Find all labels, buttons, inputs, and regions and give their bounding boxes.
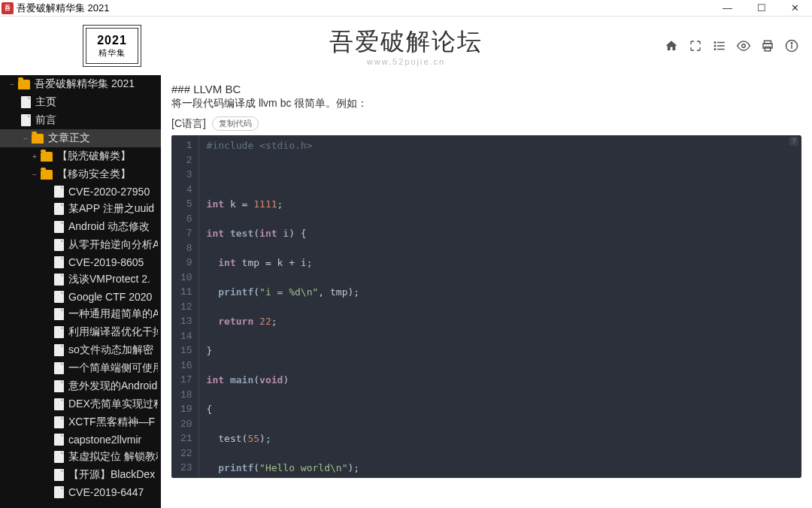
minimize-button[interactable]: — (710, 0, 744, 17)
tree-item-label: XCTF黑客精神—F (68, 416, 155, 429)
tree-item[interactable]: 前言 (0, 111, 161, 129)
list-icon[interactable] (713, 39, 726, 53)
code-line (207, 168, 794, 183)
line-number: 3 (180, 168, 192, 183)
tree-item-label: 前言 (35, 113, 56, 127)
sidebar[interactable]: −吾爱破解精华集 2021主页前言−文章正文+【脱壳破解类】−【移动安全类】CV… (0, 75, 161, 508)
tree-item-label: DEX壳简单实现过程 (68, 398, 158, 411)
window-title: 吾爱破解精华集 2021 (17, 2, 110, 15)
line-number: 4 (180, 183, 192, 198)
file-icon (54, 326, 64, 338)
header: 2021 精华集 吾爱破解论坛 www.52pojie.cn (0, 17, 812, 75)
file-icon (54, 274, 64, 286)
code-line (207, 271, 794, 286)
code-line (207, 183, 794, 198)
info-icon[interactable] (785, 39, 798, 53)
logo-year: 2021 (97, 34, 127, 47)
tree-item-label: 吾爱破解精华集 2021 (35, 77, 135, 91)
tree-item-label: 文章正文 (48, 132, 90, 145)
line-number: 2 (180, 153, 192, 168)
eye-icon[interactable] (737, 39, 750, 53)
tree-item[interactable]: 利用编译器优化干掉 (0, 323, 161, 341)
file-icon (54, 380, 64, 392)
tree-item[interactable]: Android 动态修改 (0, 218, 161, 236)
tree-item[interactable]: −【移动安全类】 (0, 165, 161, 183)
tree-item[interactable]: 主页 (0, 93, 161, 111)
line-number: 13 (180, 314, 192, 329)
code-line (207, 358, 794, 373)
code-line: printf("i = %d\n", tmp); (207, 285, 794, 300)
tree-item-label: 主页 (35, 95, 56, 109)
tree-item[interactable]: 意外发现的Android (0, 377, 161, 395)
maximize-button[interactable]: ☐ (744, 0, 778, 17)
code-line: int main(void) (207, 373, 794, 388)
tree-item-label: 【移动安全类】 (57, 168, 131, 181)
file-icon (54, 451, 64, 463)
tree-item[interactable]: 某APP 注册之uuid (0, 200, 161, 218)
tree-item[interactable]: CVE-2019-8605 (0, 254, 161, 271)
tree-item[interactable]: −吾爱破解精华集 2021 (0, 75, 161, 93)
titlebar: 吾 吾爱破解精华集 2021 — ☐ ✕ (0, 0, 812, 17)
line-number: 18 (180, 388, 192, 403)
site-title: 吾爱破解论坛 (329, 26, 483, 59)
tree-item[interactable]: 浅谈VMProtect 2. (0, 271, 161, 289)
tree-item[interactable]: so文件动态加解密 (0, 341, 161, 359)
home-icon[interactable] (665, 39, 678, 53)
line-number: 8 (180, 241, 192, 256)
code-line (207, 300, 794, 315)
code-line (207, 417, 794, 432)
tree-toggle-icon[interactable]: + (30, 153, 39, 161)
line-number: 20 (180, 417, 192, 432)
print-icon[interactable] (761, 39, 774, 53)
code-line (207, 329, 794, 344)
tree-item[interactable]: 一种通用超简单的A (0, 305, 161, 323)
article-heading: ### LLVM BC (171, 83, 801, 95)
main: −吾爱破解精华集 2021主页前言−文章正文+【脱壳破解类】−【移动安全类】CV… (0, 75, 812, 508)
line-number: 9 (180, 256, 192, 271)
file-icon (54, 434, 64, 446)
code-line: int test(int i) { (207, 226, 794, 241)
file-icon (54, 486, 64, 498)
tree-toggle-icon[interactable]: − (21, 135, 30, 143)
app-icon: 吾 (2, 2, 14, 14)
tree-item[interactable]: CVE-2019-6447 (0, 484, 161, 500)
file-icon (54, 221, 64, 233)
folder-icon (18, 80, 30, 89)
line-number: 16 (180, 358, 192, 373)
article-paragraph: 将一段代码编译成 llvm bc 很简单。例如： (171, 97, 801, 110)
tree-item[interactable]: 从零开始逆向分析A (0, 236, 161, 254)
help-icon[interactable]: ? (789, 137, 798, 146)
tree-item[interactable]: Google CTF 2020 (0, 289, 161, 305)
tree-toggle-icon[interactable]: − (8, 80, 17, 89)
line-number: 7 (180, 226, 192, 241)
tree-item[interactable]: 某虚拟定位 解锁教程 (0, 448, 161, 466)
file-icon (54, 256, 64, 268)
tree-item[interactable]: 一个简单端侧可使用 (0, 359, 161, 377)
tree-item[interactable]: 【开源】BlackDex (0, 466, 161, 484)
tree-toggle-icon[interactable]: − (30, 171, 39, 179)
copy-code-button[interactable]: 复制代码 (212, 116, 259, 131)
window-controls: — ☐ ✕ (710, 0, 812, 17)
close-button[interactable]: ✕ (778, 0, 812, 17)
tree-item[interactable]: +【脱壳破解类】 (0, 147, 161, 165)
tree-item-label: Google CTF 2020 (68, 291, 152, 303)
file-icon (54, 344, 64, 356)
tree-item[interactable]: XCTF黑客精神—F (0, 413, 161, 431)
file-icon (54, 239, 64, 251)
tree-item[interactable]: DEX壳简单实现过程 (0, 395, 161, 413)
code-line (207, 388, 794, 403)
tree-item[interactable]: −文章正文 (0, 129, 161, 147)
code-line (207, 241, 794, 256)
file-icon (54, 398, 64, 410)
line-number: 17 (180, 373, 192, 388)
fullscreen-icon[interactable] (689, 39, 702, 53)
tree-item[interactable]: CVE-2020-27950 (0, 183, 161, 200)
tree-item-label: so文件动态加解密 (68, 343, 153, 357)
file-icon (54, 469, 64, 481)
line-number: 15 (180, 343, 192, 358)
file-icon (54, 186, 64, 198)
code-language: [C语言] (171, 117, 206, 131)
tree-item[interactable]: capstone2llvmir (0, 431, 161, 448)
line-number: 22 (180, 446, 192, 461)
code-line: #include <stdio.h> (207, 138, 794, 153)
